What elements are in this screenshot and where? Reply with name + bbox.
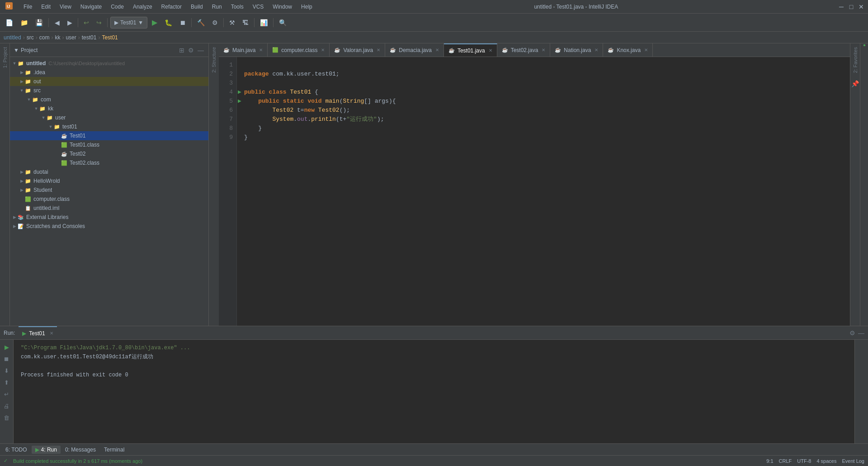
tab-Test02-java-close[interactable]: ✕	[542, 48, 545, 52]
tab-Knox-java[interactable]: ☕ Knox.java ✕	[603, 43, 653, 57]
tree-untitled-iml[interactable]: ▶ 📋 untitled.iml	[10, 204, 208, 213]
tab-Test01-java-close[interactable]: ✕	[489, 48, 492, 53]
tree-Test01-java[interactable]: ▶ ☕ Test01	[10, 131, 208, 140]
tab-Nation-java-close[interactable]: ✕	[594, 48, 598, 52]
build-button[interactable]: 🔨	[194, 16, 208, 29]
stop-button[interactable]: ⏹	[177, 16, 189, 29]
search-everywhere-button[interactable]: 🔍	[276, 16, 289, 29]
run-clear-button[interactable]: 🗑	[2, 413, 11, 422]
undo-button[interactable]: ↩	[81, 16, 92, 29]
code-content[interactable]: package com.kk.user.test01; ▶public clas…	[237, 57, 850, 326]
project-collapse-icon[interactable]: —	[197, 46, 205, 55]
breadcrumb-test01[interactable]: test01	[82, 34, 97, 41]
run-wrap-button[interactable]: ↵	[2, 390, 11, 399]
back-button[interactable]: ◀	[52, 16, 62, 29]
tree-Test01-class[interactable]: ▶ 🟩 Test01.class	[10, 140, 208, 149]
menu-refactor[interactable]: Refactor	[160, 3, 184, 11]
tree-idea[interactable]: ▶ 📁 .idea	[10, 68, 208, 77]
run-dashboard-button[interactable]: 📊	[257, 16, 270, 29]
project-strip-label[interactable]: 1: Project	[1, 43, 9, 71]
statusbar-line-separator[interactable]: CRLF	[779, 458, 792, 464]
tab-Demacia-java[interactable]: ☕ Demacia.java ✕	[385, 43, 444, 57]
project-scope-icon[interactable]: ⊞	[178, 46, 185, 55]
open-button[interactable]: 📁	[18, 16, 31, 29]
tab-computer-class[interactable]: 🟩 computer.class ✕	[268, 43, 330, 57]
breadcrumb-user[interactable]: user	[66, 34, 76, 41]
run-arrow-4[interactable]: ▶	[238, 97, 244, 106]
close-button[interactable]: ✕	[858, 4, 864, 10]
statusbar-indent[interactable]: 4 spaces	[816, 458, 836, 464]
breadcrumb-src[interactable]: src	[27, 34, 34, 41]
menu-vcs[interactable]: VCS	[251, 3, 266, 11]
structure-strip-label[interactable]: 2: Structure	[210, 43, 217, 76]
tree-user[interactable]: ▼ 📁 user	[10, 113, 208, 122]
tab-Demacia-java-close[interactable]: ✕	[435, 48, 439, 52]
menu-analyze[interactable]: Analyze	[131, 3, 154, 11]
bottom-tab-todo[interactable]: 6: TODO	[2, 446, 31, 454]
tree-computer-class[interactable]: ▶ 🟩 computer.class	[10, 195, 208, 204]
run-tab-Test01[interactable]: ▶ Test01 ✕	[19, 326, 57, 339]
tree-test01-folder[interactable]: ▼ 📁 test01	[10, 122, 208, 131]
menu-window[interactable]: Window	[271, 3, 294, 11]
menu-edit[interactable]: Edit	[39, 3, 52, 11]
tab-Test02-java[interactable]: ☕ Test02.java ✕	[497, 43, 551, 57]
breadcrumb-kk[interactable]: kk	[55, 34, 60, 41]
tab-Valoran-java[interactable]: ☕ Valoran.java ✕	[330, 43, 385, 57]
tree-Test02-class[interactable]: ▶ 🟩 Test02.class	[10, 158, 208, 167]
menu-view[interactable]: View	[58, 3, 73, 11]
run-button[interactable]: ▶	[149, 16, 160, 29]
breadcrumb-untitled[interactable]: untitled	[4, 34, 21, 41]
tree-duotai[interactable]: ▶ 📁 duotai	[10, 167, 208, 176]
run-stop-button[interactable]: ⏹	[2, 354, 11, 363]
tree-com[interactable]: ▼ 📁 com	[10, 95, 208, 104]
run-scroll-down-button[interactable]: ⬇	[2, 366, 11, 375]
favorites-strip-label[interactable]: 2: Favorites	[852, 43, 859, 76]
tree-Test02-java[interactable]: ▶ ☕ Test02	[10, 149, 208, 158]
run-panel-minimize-icon[interactable]: —	[858, 329, 864, 337]
tree-Student[interactable]: ▶ 📁 Student	[10, 185, 208, 195]
run-panel-settings-icon[interactable]: ⚙	[849, 329, 855, 337]
debug-button[interactable]: 🐛	[162, 16, 175, 29]
run-rerun-button[interactable]: ▶	[2, 342, 11, 352]
breadcrumb-com[interactable]: com	[39, 34, 50, 41]
bottom-tab-run[interactable]: ▶ 4: Run	[32, 446, 61, 454]
run-print-button[interactable]: 🖨	[2, 401, 11, 410]
menu-build[interactable]: Build	[189, 3, 205, 11]
tree-scratches[interactable]: ▶ 📝 Scratches and Consoles	[10, 222, 208, 231]
minimize-button[interactable]: ─	[838, 4, 844, 10]
save-button[interactable]: 💾	[33, 16, 46, 29]
maximize-button[interactable]: □	[848, 4, 854, 10]
menu-navigate[interactable]: Navigate	[79, 3, 104, 11]
project-settings-icon[interactable]: ⚙	[187, 46, 195, 55]
statusbar-encoding[interactable]: UTF-8	[797, 458, 811, 464]
tab-Nation-java[interactable]: ☕ Nation.java ✕	[550, 43, 603, 57]
new-file-button[interactable]: 📄	[3, 16, 16, 29]
tree-external-libs[interactable]: ▶ 📚 External Libraries	[10, 213, 208, 222]
bottom-tab-messages[interactable]: 0: Messages	[61, 446, 99, 454]
tree-HelloWrold[interactable]: ▶ 📁 HelloWrold	[10, 176, 208, 185]
menu-code[interactable]: Code	[109, 3, 126, 11]
favorites-pin-icon[interactable]: 📌	[851, 80, 859, 87]
bottom-tab-terminal[interactable]: Terminal	[100, 446, 128, 454]
tab-Test01-java[interactable]: ☕ Test01.java ✕	[444, 43, 497, 57]
project-title[interactable]: ▼ Project	[14, 47, 38, 53]
tree-root[interactable]: ▼ 📁 untitled C:\Users\hqk\Desktop\java\u…	[10, 59, 208, 68]
project-structure-button[interactable]: 🏗	[240, 16, 251, 29]
statusbar-event-log[interactable]: Event Log	[842, 458, 864, 464]
run-config-dropdown[interactable]: ▶ Test01 ▼	[110, 17, 147, 29]
menu-help[interactable]: Help	[299, 3, 314, 11]
tree-out[interactable]: ▶ 📁 out	[10, 77, 208, 86]
rebuild-button[interactable]: ⚙	[209, 16, 221, 29]
run-scroll-up-button[interactable]: ⬆	[2, 378, 11, 387]
tab-Valoran-java-close[interactable]: ✕	[377, 48, 380, 52]
statusbar-position[interactable]: 9:1	[766, 458, 773, 464]
sdk-button[interactable]: ⚒	[226, 16, 238, 29]
forward-button[interactable]: ▶	[64, 16, 75, 29]
breadcrumb-Test01[interactable]: Test01	[102, 34, 118, 41]
menu-run[interactable]: Run	[210, 3, 224, 11]
tree-kk[interactable]: ▼ 📁 kk	[10, 104, 208, 113]
redo-button[interactable]: ↪	[94, 16, 104, 29]
tree-src[interactable]: ▼ 📁 src	[10, 86, 208, 95]
tab-Main-java-close[interactable]: ✕	[259, 48, 263, 52]
tab-Knox-java-close[interactable]: ✕	[644, 48, 648, 52]
